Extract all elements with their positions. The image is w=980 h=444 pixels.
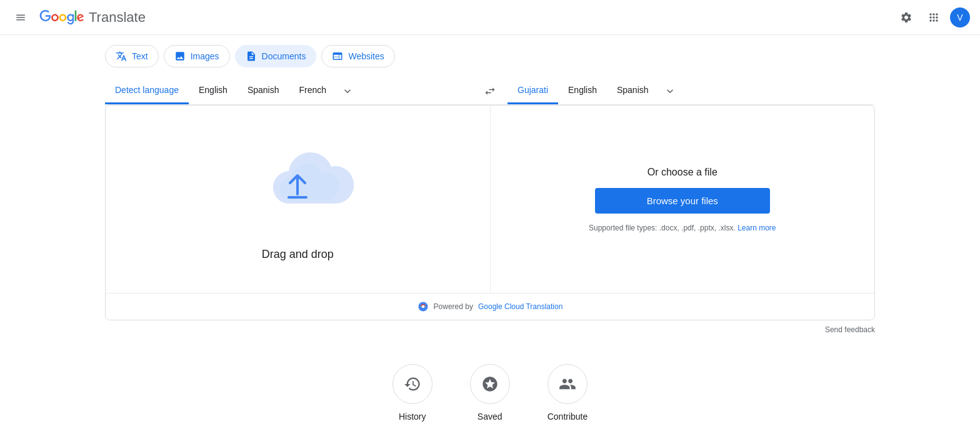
- tab-images-label: Images: [191, 51, 219, 61]
- main-content: Text Images Documents Websites Detect la…: [90, 35, 890, 434]
- history-icon: [392, 364, 432, 404]
- lang-tab-gujarati[interactable]: Gujarati: [508, 77, 558, 104]
- tab-text[interactable]: Text: [105, 45, 159, 67]
- target-panel: Or choose a file Browse your files Suppo…: [491, 106, 875, 293]
- avatar[interactable]: V: [950, 7, 970, 27]
- history-label: History: [399, 412, 426, 422]
- settings-button[interactable]: [895, 6, 918, 29]
- google-logo: [39, 10, 85, 25]
- google-translate-logo[interactable]: Translate: [39, 9, 146, 26]
- or-choose-file-text: Or choose a file: [648, 167, 718, 178]
- header: Translate V: [0, 0, 980, 35]
- tab-websites-label: Websites: [348, 51, 384, 61]
- target-language-tabs: Gujarati English Spanish: [508, 77, 875, 104]
- cloud-icon-wrapper: [235, 138, 360, 238]
- history-nav-item[interactable]: History: [392, 364, 432, 422]
- tab-documents-label: Documents: [262, 51, 306, 61]
- source-panel: Drag and drop: [106, 106, 491, 293]
- browse-files-button[interactable]: Browse your files: [595, 188, 770, 214]
- tab-websites[interactable]: Websites: [321, 45, 394, 67]
- menu-button[interactable]: [10, 7, 31, 28]
- svg-point-0: [421, 305, 424, 308]
- source-language-tabs: Detect language English Spanish French: [105, 77, 472, 104]
- lang-tab-english-source[interactable]: English: [189, 77, 238, 104]
- lang-tab-spanish-target[interactable]: Spanish: [607, 77, 659, 104]
- cloud-upload-icon: [235, 141, 360, 235]
- powered-by-text: Powered by: [434, 302, 473, 311]
- contribute-label: Contribute: [548, 412, 588, 422]
- app-name-label: Translate: [89, 9, 146, 26]
- saved-nav-item[interactable]: Saved: [470, 364, 510, 422]
- lang-tab-french-source[interactable]: French: [289, 77, 336, 104]
- bottom-nav: History Saved Contribute: [105, 339, 875, 434]
- lang-tab-spanish-source[interactable]: Spanish: [238, 77, 289, 104]
- cloud-upload-area: Drag and drop: [235, 138, 360, 261]
- header-right: V: [895, 6, 970, 29]
- mode-tabs: Text Images Documents Websites: [105, 45, 875, 67]
- saved-label: Saved: [478, 412, 502, 422]
- lang-tab-english-target[interactable]: English: [558, 77, 607, 104]
- contribute-icon: [548, 364, 588, 404]
- google-cloud-translation-link[interactable]: Google Cloud Translation: [478, 302, 562, 311]
- translation-area: Drag and drop Or choose a file Browse yo…: [105, 105, 875, 320]
- language-bar: Detect language English Spanish French G…: [105, 77, 875, 105]
- tab-images[interactable]: Images: [164, 45, 230, 67]
- drag-drop-text: Drag and drop: [262, 248, 334, 261]
- contribute-nav-item[interactable]: Contribute: [548, 364, 588, 422]
- saved-icon: [470, 364, 510, 404]
- source-lang-expand-button[interactable]: [336, 80, 359, 102]
- lang-tab-detect[interactable]: Detect language: [105, 77, 189, 104]
- translation-panels: Drag and drop Or choose a file Browse yo…: [106, 106, 874, 293]
- tab-documents[interactable]: Documents: [235, 45, 317, 67]
- header-left: Translate: [10, 7, 146, 28]
- send-feedback-link[interactable]: Send feedback: [825, 325, 875, 334]
- apps-button[interactable]: [922, 6, 945, 29]
- supported-file-types: Supported file types: .docx, .pdf, .pptx…: [589, 224, 776, 232]
- powered-by: Powered by Google Cloud Translation: [106, 293, 874, 320]
- target-lang-expand-button[interactable]: [659, 80, 681, 102]
- tab-text-label: Text: [132, 51, 148, 61]
- google-cloud-icon: [418, 301, 429, 312]
- feedback-row: Send feedback: [105, 320, 875, 339]
- learn-more-link[interactable]: Learn more: [738, 224, 776, 232]
- swap-languages-button[interactable]: [472, 80, 508, 102]
